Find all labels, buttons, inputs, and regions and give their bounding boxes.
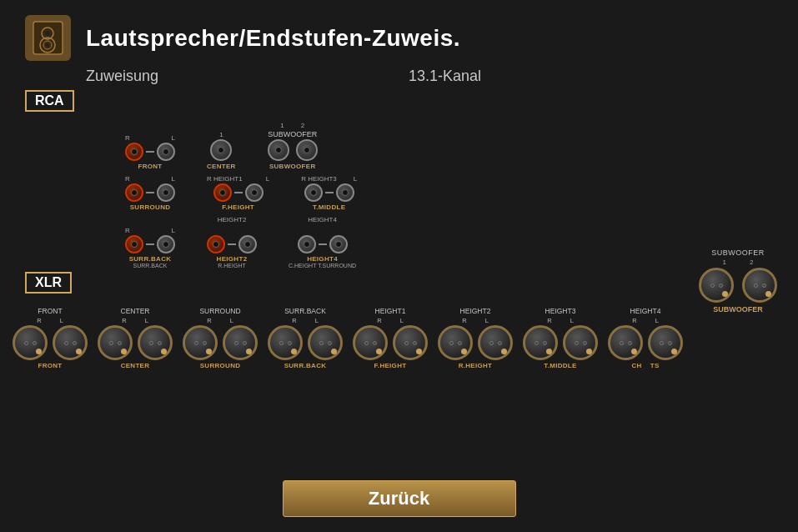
page-title: Lautsprecher/Endstufen-Zuweis.	[86, 25, 460, 52]
xlr-height4-unit: HEIGHT4 RL CH TS	[604, 307, 687, 369]
rca-surround-r	[125, 183, 143, 202]
xlr-height2-label: R.HEIGHT	[459, 362, 493, 369]
rca-surrback-r	[125, 235, 143, 253]
xlr-height2-r-plug	[438, 325, 473, 360]
rca-center-group: 1 CENTER	[207, 131, 236, 170]
rca-front-r	[125, 143, 143, 161]
xlr-height1-r-plug	[353, 325, 388, 360]
rca-front-l	[157, 143, 175, 161]
rca-tmiddle-group: R HEIGHT3L T.MIDDLE	[301, 175, 357, 211]
rca-cheight-group: HEIGHT4 HEIGHT4 C.HEIGHT T.SURROUND	[289, 216, 356, 269]
xlr-front-label: FRONT	[38, 362, 62, 369]
rca-fheight-group: R HEIGHT1L F.HEIGHT	[207, 175, 269, 211]
xlr-center-unit: CENTER RL CENTER	[93, 307, 177, 369]
rca-rheight-group: HEIGHT2 HEIGHT2 R.HEIGHT	[207, 216, 257, 269]
rca-surrback-group: RL SURR.BACK SURR.BACK	[125, 227, 175, 269]
xlr-height2-l-plug	[478, 325, 513, 360]
rca-surround-group: RL SURROUND	[125, 175, 175, 211]
speaker-icon	[25, 15, 71, 61]
xlr-surround-unit: SURROUND RL SURROUND	[178, 307, 262, 369]
subwoofer-xlr-title: SUBWOOFER	[711, 248, 765, 257]
rca-center-label: CENTER	[207, 163, 236, 170]
xlr-surrback-unit: SURR.BACK RL SURR.BACK	[263, 307, 347, 369]
sub-xlr-plug-1	[699, 268, 734, 303]
rca-tmiddle-r	[304, 183, 323, 202]
subwoofer-xlr-bottom-label: SUBWOOFER	[713, 305, 763, 314]
subwoofer-xlr-section: SUBWOOFER 1 2 SUBWOOFER	[699, 248, 777, 314]
xlr-height3-l-plug	[563, 325, 598, 360]
rca-sub1	[268, 139, 289, 161]
xlr-connectors-row: FRONT RL FRONT CENTER RL	[0, 304, 798, 373]
back-button-container: Zurück	[283, 480, 516, 517]
xlr-front-r-plug	[13, 325, 48, 360]
xlr-surrback-l-plug	[308, 325, 343, 360]
xlr-front-unit: FRONT RL FRONT	[8, 307, 92, 369]
rca-subwoofer-group: 12 SUBWOOFER SUBWOOFER	[268, 122, 318, 170]
xlr-surround-r-plug	[183, 325, 218, 360]
xlr-surround-label: SURROUND	[200, 362, 241, 369]
rca-rheight-r	[207, 235, 225, 253]
rca-tmiddle-label: T.MIDDLE	[313, 203, 345, 211]
rca-rheight-label: HEIGHT2	[217, 255, 248, 263]
xlr-surrback-r-plug	[268, 325, 303, 360]
header: Lautsprecher/Endstufen-Zuweis.	[0, 0, 798, 68]
xlr-height1-l-plug	[393, 325, 428, 360]
rca-fheight-l	[245, 183, 263, 202]
xlr-height4-label: CH TS	[631, 362, 659, 369]
rca-sub2	[296, 139, 318, 161]
xlr-center-r-plug	[98, 325, 133, 360]
subtitle-zuweisung: Zuweisung	[86, 68, 158, 85]
xlr-surrback-label: SURR.BACK	[284, 362, 327, 369]
svg-point-3	[45, 31, 50, 36]
rca-surrback-label: SURR.BACK	[129, 255, 172, 263]
xlr-surround-l-plug	[223, 325, 258, 360]
rca-fheight-label: F.HEIGHT	[222, 203, 254, 211]
xlr-height1-label: F.HEIGHT	[374, 362, 407, 369]
rca-center	[210, 139, 232, 161]
rca-rheight-l	[238, 235, 257, 253]
svg-point-6	[46, 43, 49, 47]
xlr-center-l-plug	[138, 325, 173, 360]
xlr-height4-l-plug	[648, 325, 683, 360]
rca-section-label: RCA	[25, 90, 74, 112]
xlr-front-l-plug	[53, 325, 88, 360]
xlr-height3-label: T.MIDDLE	[544, 362, 576, 369]
rca-cheight-l	[329, 235, 348, 253]
subtitle-kanal: 13.1-Kanal	[409, 68, 481, 85]
rca-surround-l	[157, 183, 175, 202]
rca-subwoofer-label: SUBWOOFER	[269, 163, 316, 170]
rca-tmiddle-l	[336, 183, 354, 202]
back-button[interactable]: Zurück	[283, 480, 516, 517]
xlr-height2-unit: HEIGHT2 RL R.HEIGHT	[434, 307, 517, 369]
xlr-height1-unit: HEIGHT1 RL F.HEIGHT	[349, 307, 432, 369]
rca-cheight-label: HEIGHT4	[307, 255, 338, 263]
rca-fheight-r	[213, 183, 232, 202]
rca-surround-label: SURROUND	[130, 203, 171, 211]
xlr-section-label: XLR	[25, 272, 72, 294]
rca-front-group: RL FRONT	[125, 134, 175, 170]
xlr-center-label: CENTER	[121, 362, 150, 369]
xlr-height3-r-plug	[523, 325, 558, 360]
rca-front-label: FRONT	[138, 163, 162, 170]
rca-surrback-l	[157, 235, 175, 253]
xlr-height3-unit: HEIGHT3 RL T.MIDDLE	[519, 307, 602, 369]
xlr-height4-r-plug	[608, 325, 643, 360]
sub-xlr-plug-2	[742, 268, 777, 303]
rca-cheight-r	[298, 235, 316, 253]
